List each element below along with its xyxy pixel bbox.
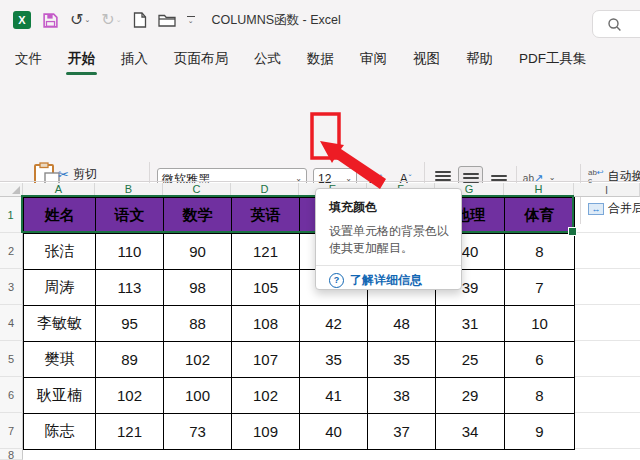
- cell-c3[interactable]: 98: [164, 270, 232, 306]
- customize-quick-access-button[interactable]: ⌄: [187, 16, 195, 25]
- cell-a7[interactable]: 陈志: [24, 414, 96, 450]
- cell-c2[interactable]: 90: [164, 234, 232, 270]
- undo-button[interactable]: ↺ ⌄: [70, 12, 90, 28]
- cell-f6[interactable]: 38: [368, 378, 436, 414]
- cell-g6[interactable]: 29: [436, 378, 505, 414]
- tab-file[interactable]: 文件: [2, 40, 55, 78]
- cell-c1[interactable]: 数学: [164, 198, 232, 234]
- cell-a3[interactable]: 周涛: [24, 270, 96, 306]
- excel-window: X ↺ ⌄ ↻ ⌄ ⌄ COLUMNS函数 - Excel 文件 开始 插入: [0, 0, 640, 460]
- cell-h6[interactable]: 8: [505, 378, 575, 414]
- cell-d5[interactable]: 107: [232, 342, 300, 378]
- tab-formulas[interactable]: 公式: [241, 40, 294, 78]
- tab-review[interactable]: 审阅: [347, 40, 400, 78]
- cell-i4[interactable]: [574, 305, 640, 341]
- cell-a2[interactable]: 张洁: [24, 234, 96, 270]
- row-header-6[interactable]: 6: [0, 377, 23, 413]
- redo-button[interactable]: ↻ ⌄: [101, 12, 121, 28]
- tooltip-divider: [316, 265, 461, 266]
- cell-h7[interactable]: 9: [505, 414, 575, 450]
- row-header-4[interactable]: 4: [0, 305, 23, 341]
- cell-h2[interactable]: 8: [505, 234, 575, 270]
- cell-d4[interactable]: 108: [232, 306, 300, 342]
- open-file-button[interactable]: [158, 13, 176, 27]
- cell-i1[interactable]: [574, 197, 640, 233]
- column-header-h[interactable]: H: [504, 183, 574, 197]
- tab-home[interactable]: 开始: [55, 40, 108, 78]
- cell-e6[interactable]: 41: [300, 378, 368, 414]
- cell-b4[interactable]: 95: [96, 306, 164, 342]
- cell-h1[interactable]: 体育: [505, 198, 575, 234]
- fill-color-tooltip: 填充颜色 设置单元格的背景色以使其更加醒目。 ? 了解详细信息: [315, 188, 462, 290]
- cell-c7[interactable]: 73: [164, 414, 232, 450]
- column-header-a[interactable]: A: [23, 183, 95, 197]
- cell-i6[interactable]: [574, 377, 640, 413]
- save-button[interactable]: [42, 12, 59, 29]
- row-header-2[interactable]: 2: [0, 233, 23, 269]
- tab-help[interactable]: 帮助: [453, 40, 506, 78]
- tooltip-body: 设置单元格的背景色以使其更加醒目。: [329, 223, 453, 257]
- cell-a4[interactable]: 李敏敏: [24, 306, 96, 342]
- redo-icon: ↻: [101, 12, 114, 28]
- cell-e7[interactable]: 40: [300, 414, 368, 450]
- scissors-icon: ✂: [58, 167, 69, 182]
- column-header-i[interactable]: I: [574, 183, 640, 197]
- cell-b5[interactable]: 89: [96, 342, 164, 378]
- cell-c5[interactable]: 102: [164, 342, 232, 378]
- select-all-corner[interactable]: [0, 183, 23, 197]
- row-header-8[interactable]: 8: [0, 449, 23, 460]
- learn-more-link[interactable]: ? 了解详细信息: [329, 272, 448, 289]
- row-header-3[interactable]: 3: [0, 269, 23, 305]
- cell-e5[interactable]: 35: [300, 342, 368, 378]
- cell-g4[interactable]: 31: [436, 306, 505, 342]
- undo-icon: ↺: [70, 12, 83, 28]
- tab-view[interactable]: 视图: [400, 40, 453, 78]
- cell-i2[interactable]: [574, 233, 640, 269]
- cell-i3[interactable]: [574, 269, 640, 305]
- tab-pdf-tools[interactable]: PDF工具集: [506, 40, 600, 78]
- cell-b3[interactable]: 113: [96, 270, 164, 306]
- cell-a1[interactable]: 姓名: [24, 198, 96, 234]
- row-header-5[interactable]: 5: [0, 341, 23, 377]
- cell-d6[interactable]: 102: [232, 378, 300, 414]
- tab-data[interactable]: 数据: [294, 40, 347, 78]
- cell-b6[interactable]: 102: [96, 378, 164, 414]
- cell-g5[interactable]: 25: [436, 342, 505, 378]
- cell-e4[interactable]: 42: [300, 306, 368, 342]
- cell-g7[interactable]: 34: [436, 414, 505, 450]
- cell-i7[interactable]: [574, 413, 640, 449]
- cell-a5[interactable]: 樊琪: [24, 342, 96, 378]
- cell-d1[interactable]: 英语: [232, 198, 300, 234]
- cell-f7[interactable]: 37: [368, 414, 436, 450]
- cell-f4[interactable]: 48: [368, 306, 436, 342]
- help-circle-icon: ?: [329, 273, 344, 288]
- column-header-b[interactable]: B: [95, 183, 163, 197]
- new-file-icon: [133, 12, 147, 28]
- column-header-c[interactable]: C: [163, 183, 231, 197]
- cell-b2[interactable]: 110: [96, 234, 164, 270]
- cell-d7[interactable]: 109: [232, 414, 300, 450]
- cell-i5[interactable]: [574, 341, 640, 377]
- cell-b1[interactable]: 语文: [96, 198, 164, 234]
- title-bar: X ↺ ⌄ ↻ ⌄ ⌄ COLUMNS函数 - Excel: [0, 0, 640, 40]
- cell-a6[interactable]: 耿亚楠: [24, 378, 96, 414]
- cell-f5[interactable]: 35: [368, 342, 436, 378]
- cell-h5[interactable]: 6: [505, 342, 575, 378]
- select-all-triangle: [12, 186, 20, 194]
- search-box[interactable]: [592, 10, 640, 38]
- row-header-1[interactable]: 1: [0, 197, 23, 233]
- new-file-button[interactable]: [133, 12, 147, 28]
- cell-c6[interactable]: 100: [164, 378, 232, 414]
- cell-h4[interactable]: 10: [505, 306, 575, 342]
- tab-insert[interactable]: 插入: [108, 40, 161, 78]
- column-header-d[interactable]: D: [231, 183, 299, 197]
- tab-page-layout[interactable]: 页面布局: [161, 40, 241, 78]
- cell-d3[interactable]: 105: [232, 270, 300, 306]
- tooltip-title: 填充颜色: [329, 199, 448, 216]
- cell-c4[interactable]: 88: [164, 306, 232, 342]
- cell-b7[interactable]: 121: [96, 414, 164, 450]
- cell-h3[interactable]: 7: [505, 270, 575, 306]
- cell-d2[interactable]: 121: [232, 234, 300, 270]
- row-header-7[interactable]: 7: [0, 413, 23, 449]
- save-icon: [42, 12, 59, 29]
